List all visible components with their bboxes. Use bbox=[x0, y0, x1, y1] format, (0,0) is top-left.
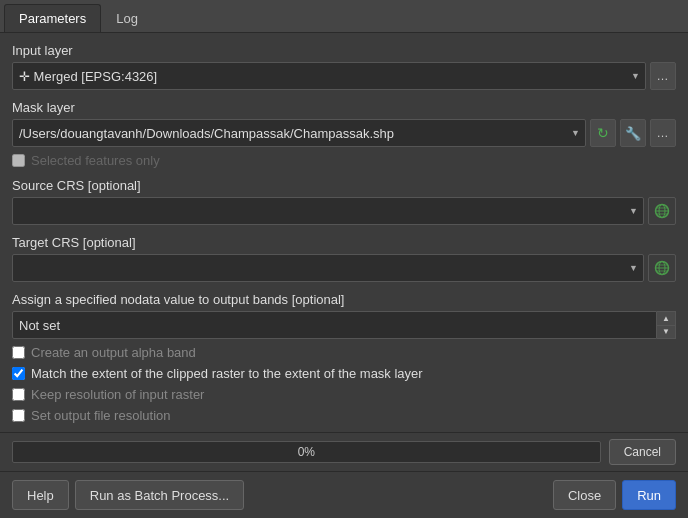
nodata-label: Assign a specified nodata value to outpu… bbox=[12, 292, 676, 307]
help-btn[interactable]: Help bbox=[12, 480, 69, 510]
nodata-spin-up[interactable]: ▲ bbox=[657, 312, 675, 326]
set-output-resolution-checkbox[interactable] bbox=[12, 409, 25, 422]
create-alpha-row: Create an output alpha band bbox=[12, 345, 676, 360]
progress-label: 0% bbox=[298, 445, 315, 459]
wrench-icon: 🔧 bbox=[625, 126, 641, 141]
source-crs-globe-btn[interactable] bbox=[648, 197, 676, 225]
nodata-spin-down[interactable]: ▼ bbox=[657, 326, 675, 339]
selected-features-label: Selected features only bbox=[31, 153, 160, 168]
target-crs-select[interactable] bbox=[12, 254, 644, 282]
sync-icon: ↻ bbox=[597, 125, 609, 141]
close-btn[interactable]: Close bbox=[553, 480, 616, 510]
tab-parameters[interactable]: Parameters bbox=[4, 4, 101, 32]
nodata-spin-btns: ▲ ▼ bbox=[657, 311, 676, 339]
input-layer-row: ✛ Merged [EPSG:4326] … bbox=[12, 62, 676, 90]
mask-layer-wrench-btn[interactable]: 🔧 bbox=[620, 119, 646, 147]
main-content: Input layer ✛ Merged [EPSG:4326] … Mask … bbox=[0, 33, 688, 518]
globe-icon-2 bbox=[654, 260, 670, 276]
run-btn[interactable]: Run bbox=[622, 480, 676, 510]
target-crs-label: Target CRS [optional] bbox=[12, 235, 676, 250]
match-extent-checkbox[interactable] bbox=[12, 367, 25, 380]
input-layer-label: Input layer bbox=[12, 43, 676, 58]
nodata-row: ▲ ▼ bbox=[12, 311, 676, 339]
source-crs-select[interactable] bbox=[12, 197, 644, 225]
create-alpha-checkbox[interactable] bbox=[12, 346, 25, 359]
progress-bar-container: 0% bbox=[12, 441, 601, 463]
input-layer-select[interactable]: ✛ Merged [EPSG:4326] bbox=[12, 62, 646, 90]
params-outer: Input layer ✛ Merged [EPSG:4326] … Mask … bbox=[0, 33, 688, 432]
mask-layer-select[interactable]: /Users/douangtavanh/Downloads/Champassak… bbox=[12, 119, 586, 147]
match-extent-row: Match the extent of the clipped raster t… bbox=[12, 366, 676, 381]
target-crs-row bbox=[12, 254, 676, 282]
mask-layer-ellipsis-btn[interactable]: … bbox=[650, 119, 676, 147]
tab-bar: Parameters Log bbox=[0, 0, 688, 33]
btn-bar-left: Help Run as Batch Process... bbox=[12, 480, 244, 510]
btn-bar: Help Run as Batch Process... Close Run bbox=[0, 471, 688, 518]
set-output-resolution-label: Set output file resolution bbox=[31, 408, 170, 423]
selected-features-checkbox[interactable] bbox=[12, 154, 25, 167]
run-batch-btn[interactable]: Run as Batch Process... bbox=[75, 480, 244, 510]
source-crs-dropdown-wrapper bbox=[12, 197, 644, 225]
globe-icon bbox=[654, 203, 670, 219]
mask-layer-sync-btn[interactable]: ↻ bbox=[590, 119, 616, 147]
cancel-progress-btn[interactable]: Cancel bbox=[609, 439, 676, 465]
nodata-input[interactable] bbox=[12, 311, 657, 339]
selected-features-row: Selected features only bbox=[12, 153, 676, 168]
set-output-resolution-row: Set output file resolution bbox=[12, 408, 676, 423]
mask-layer-row: /Users/douangtavanh/Downloads/Champassak… bbox=[12, 119, 676, 147]
input-layer-ellipsis-btn[interactable]: … bbox=[650, 62, 676, 90]
mask-layer-dropdown-wrapper: /Users/douangtavanh/Downloads/Champassak… bbox=[12, 119, 586, 147]
input-layer-dropdown-wrapper: ✛ Merged [EPSG:4326] bbox=[12, 62, 646, 90]
tab-log[interactable]: Log bbox=[101, 4, 153, 32]
keep-resolution-label: Keep resolution of input raster bbox=[31, 387, 204, 402]
progress-area: 0% Cancel bbox=[0, 432, 688, 471]
keep-resolution-checkbox[interactable] bbox=[12, 388, 25, 401]
create-alpha-label: Create an output alpha band bbox=[31, 345, 196, 360]
btn-bar-right: Close Run bbox=[553, 480, 676, 510]
match-extent-label: Match the extent of the clipped raster t… bbox=[31, 366, 423, 381]
target-crs-globe-btn[interactable] bbox=[648, 254, 676, 282]
keep-resolution-row: Keep resolution of input raster bbox=[12, 387, 676, 402]
target-crs-dropdown-wrapper bbox=[12, 254, 644, 282]
source-crs-label: Source CRS [optional] bbox=[12, 178, 676, 193]
mask-layer-label: Mask layer bbox=[12, 100, 676, 115]
params-area[interactable]: Input layer ✛ Merged [EPSG:4326] … Mask … bbox=[0, 33, 688, 432]
source-crs-row bbox=[12, 197, 676, 225]
